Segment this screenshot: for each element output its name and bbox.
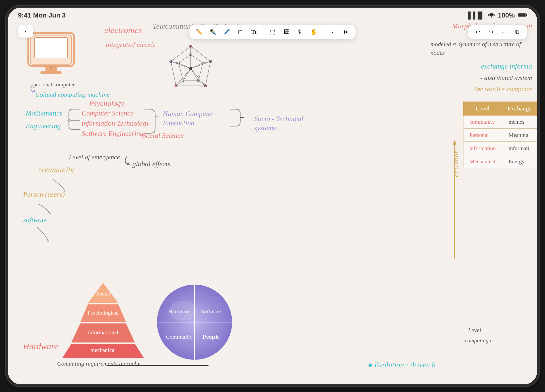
more-button[interactable]: ⋯: [500, 27, 509, 37]
isolated-computing-label: isolated computing machine: [35, 91, 110, 99]
notes-table: Level Exchange community memes Personal …: [463, 102, 537, 168]
community-label: community: [38, 165, 74, 174]
status-right: ▐▐▐▌ 100%: [466, 11, 527, 19]
left-bracket: [68, 107, 83, 132]
toolbar-divider-2: [323, 28, 323, 36]
evolution-text: evolution: [453, 150, 460, 177]
human-ci-label: Human Computer Interaction: [163, 109, 224, 128]
table-level-label: Level: [468, 327, 481, 334]
table-cell-exchange-1: Meaning: [502, 128, 537, 142]
svg-text:mechanical: mechanical: [90, 347, 116, 353]
svg-line-27: [191, 61, 211, 69]
it-label: information Technology: [82, 119, 149, 127]
extra-tool[interactable]: ⊳: [341, 27, 350, 37]
more-tool[interactable]: ›: [328, 27, 337, 37]
exchange-info-label: exchange informa: [481, 62, 532, 70]
table-cell-level-3: Mechanical: [463, 155, 502, 168]
view-button[interactable]: ⧉: [513, 27, 522, 37]
eraser-tool[interactable]: ◻: [236, 27, 245, 37]
engineering-label: Engineering: [26, 122, 61, 130]
psychology-label: Psychology: [89, 99, 124, 108]
svg-line-28: [191, 69, 205, 86]
the-world-label: The world ≈ computer: [473, 85, 532, 93]
toolbar-divider-1: [263, 28, 263, 36]
ipad-frame: 9:41 Mon Jun 3 ▐▐▐▌ 100% ‹ ✏️ ✒️ 🖊️ ◻ Tt…: [6, 6, 539, 386]
table-row: Mechanical Energy: [463, 155, 537, 168]
network-graph: [165, 43, 216, 94]
drawing-toolbar[interactable]: ✏️ ✒️ 🖊️ ◻ Tt ⬚ 🖼 🎙 ✋ › ⊳: [189, 25, 356, 39]
svg-point-0: [491, 16, 492, 18]
pen-tool[interactable]: ✒️: [208, 27, 217, 37]
svg-line-24: [171, 61, 176, 86]
strikethrough-line: [107, 365, 209, 366]
svg-rect-3: [518, 13, 525, 17]
level-emergence-label: Level of emergence: [69, 153, 120, 161]
socio-technical-label: Socio - Technical systems: [254, 114, 310, 133]
image-tool[interactable]: 🖼: [282, 27, 291, 37]
person-arrow: [35, 201, 56, 215]
social-science-label: Social Science: [142, 132, 184, 140]
svg-text:Social: Social: [96, 290, 110, 297]
text-tool[interactable]: Tt: [249, 27, 259, 37]
hand-tool[interactable]: ✋: [309, 27, 318, 37]
pyramid-illustration: Social Psychological informational mecha…: [59, 278, 148, 359]
modeled-label: modeled ≈ dynamics of a structure of nod…: [430, 40, 532, 57]
se-label: Software Engineering: [82, 129, 143, 138]
undo-button[interactable]: ↩: [473, 27, 482, 37]
cs-label: Computer Science: [82, 109, 134, 117]
svg-line-45: [179, 63, 191, 69]
back-icon: ‹: [25, 28, 26, 35]
redo-button[interactable]: ↪: [486, 27, 495, 37]
table-cell-exchange-3: Energy: [502, 155, 537, 168]
table-cell-level-2: information: [463, 142, 502, 155]
selection-tool[interactable]: ⬚: [268, 27, 277, 37]
evolution-dot: ●: [368, 361, 375, 369]
wifi-icon: [488, 11, 495, 19]
svg-line-42: [191, 63, 203, 69]
marker-tool[interactable]: 🖊️: [222, 27, 231, 37]
svg-line-61: [49, 214, 51, 215]
svg-point-9: [50, 66, 52, 69]
svg-line-44: [183, 69, 191, 81]
electronics-label: electronics: [104, 25, 142, 35]
audio-tool[interactable]: 🎙: [295, 27, 304, 37]
top-right-toolbar[interactable]: ↩ ↪ ⋯ ⧉: [468, 25, 527, 39]
evolution-bottom: ● Evolution : driven b: [368, 361, 436, 369]
battery-display: 100%: [498, 11, 515, 19]
time-display: 9:41 Mon Jun 3: [18, 11, 66, 19]
pencil-tool[interactable]: ✏️: [195, 27, 204, 37]
canvas-area: personal computer isolated computing mac…: [8, 8, 537, 384]
right-bracket-2: [229, 108, 244, 128]
personal-computer-label: personal computer: [33, 81, 75, 88]
hardware-label: Hardware: [23, 342, 58, 351]
svg-line-43: [191, 69, 198, 81]
table-row: community memes: [463, 115, 537, 128]
mathematics-label: Mathematics: [26, 109, 62, 117]
table-cell-level-0: community: [463, 115, 502, 128]
person-users-label: Person (users): [23, 190, 65, 199]
svg-text:People: People: [202, 333, 220, 340]
svg-line-29: [176, 69, 191, 86]
integrated-circuit-label: integrated circuit: [106, 41, 155, 49]
svg-rect-8: [40, 71, 62, 74]
svg-rect-6: [35, 38, 68, 58]
table-row: information informati: [463, 142, 537, 155]
software-arrow: [35, 225, 55, 242]
status-bar: 9:41 Mon Jun 3 ▐▐▐▌ 100%: [8, 8, 537, 23]
table-cell-exchange-0: memes: [502, 115, 537, 128]
svg-line-22: [205, 61, 211, 86]
svg-text:Psychological: Psychological: [87, 309, 119, 316]
svg-line-35: [179, 55, 191, 63]
svg-line-25: [171, 46, 191, 61]
svg-line-63: [47, 241, 49, 242]
signal-icon: ▐▐▐▌: [466, 11, 485, 19]
battery-icon: [518, 11, 527, 19]
back-button[interactable]: ‹: [18, 25, 33, 38]
software-label: software: [23, 216, 47, 224]
distributed-system-label: - distributed system: [480, 74, 532, 82]
table-row: Personal Meaning: [463, 128, 537, 142]
svg-text:Community: Community: [166, 334, 193, 340]
globe-illustration: Hardware Software Community People: [153, 280, 236, 364]
svg-rect-2: [526, 14, 527, 16]
table-cell-exchange-2: informati: [502, 142, 537, 155]
